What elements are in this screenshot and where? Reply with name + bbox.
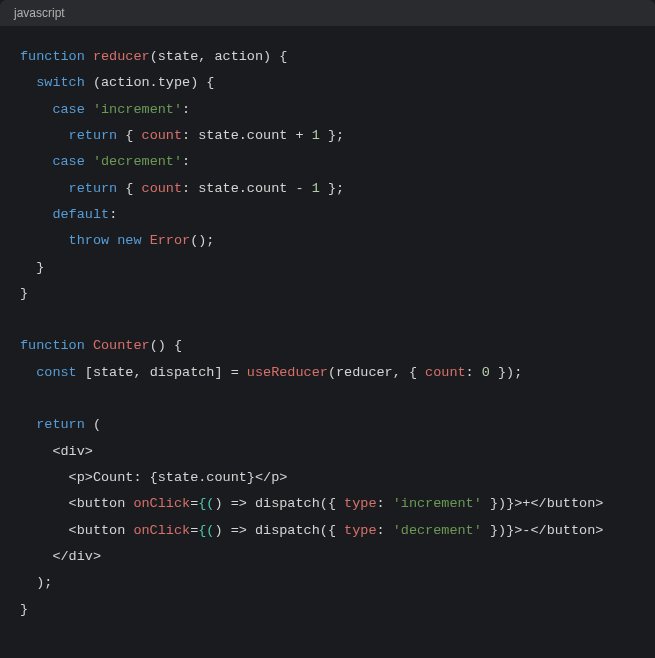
code-line: default: [20, 207, 117, 222]
code-line: const [state, dispatch] = useReducer(red… [20, 365, 522, 380]
code-line: <button onClick={() => dispatch({ type: … [20, 496, 603, 511]
code-line: return ( [20, 417, 101, 432]
code-content[interactable]: function reducer(state, action) { switch… [0, 26, 655, 641]
code-line: <div> [20, 444, 93, 459]
code-line: function Counter() { [20, 338, 182, 353]
code-line: </div> [20, 549, 101, 564]
code-language-label: javascript [0, 0, 655, 26]
code-line: } [20, 286, 28, 301]
code-line: switch (action.type) { [20, 75, 214, 90]
code-line: ); [20, 575, 52, 590]
code-line: function reducer(state, action) { [20, 49, 287, 64]
code-line: <button onClick={() => dispatch({ type: … [20, 523, 603, 538]
code-line: case 'decrement': [20, 154, 190, 169]
code-line: return { count: state.count + 1 }; [20, 128, 344, 143]
code-line: } [20, 260, 44, 275]
code-line: throw new Error(); [20, 233, 214, 248]
code-line: return { count: state.count - 1 }; [20, 181, 344, 196]
code-line: case 'increment': [20, 102, 190, 117]
code-line: <p>Count: {state.count}</p> [20, 470, 287, 485]
code-line: } [20, 602, 28, 617]
code-block: javascript function reducer(state, actio… [0, 0, 655, 641]
